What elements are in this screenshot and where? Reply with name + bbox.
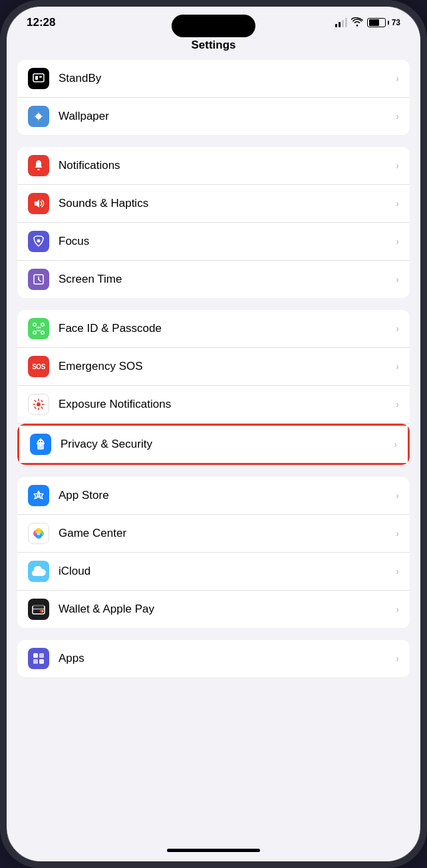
settings-group-notifications: Notifications › Sounds & Haptics › bbox=[17, 147, 410, 298]
svg-point-39 bbox=[40, 610, 43, 613]
chevron-icon: › bbox=[396, 604, 399, 615]
wallpaper-icon bbox=[28, 106, 49, 127]
settings-group-misc: Apps › bbox=[17, 640, 410, 677]
chevron-icon: › bbox=[396, 274, 399, 285]
settings-group-security: Face ID & Passcode › SOS Emergency SOS › bbox=[17, 310, 410, 465]
icloud-label: iCloud bbox=[59, 565, 396, 578]
chevron-icon: › bbox=[396, 198, 399, 209]
faceid-icon bbox=[28, 318, 49, 339]
settings-row-sounds[interactable]: Sounds & Haptics › bbox=[17, 185, 410, 223]
chevron-icon: › bbox=[396, 73, 399, 84]
wallet-label: Wallet & Apple Pay bbox=[59, 603, 396, 616]
svg-rect-41 bbox=[39, 653, 44, 658]
settings-group-apps: App Store › Game Center bbox=[17, 477, 410, 628]
dynamic-island bbox=[172, 15, 255, 37]
svg-point-7 bbox=[37, 239, 41, 243]
svg-rect-28 bbox=[37, 442, 45, 444]
appstore-icon bbox=[28, 485, 49, 506]
battery-percent: 73 bbox=[392, 18, 400, 27]
standby-icon bbox=[28, 68, 49, 89]
exposure-icon bbox=[28, 394, 49, 415]
svg-rect-40 bbox=[33, 653, 38, 658]
gamecenter-icon bbox=[28, 523, 49, 544]
svg-point-11 bbox=[38, 279, 39, 280]
settings-row-gamecenter[interactable]: Game Center › bbox=[17, 515, 410, 553]
settings-row-appstore[interactable]: App Store › bbox=[17, 477, 410, 515]
home-indicator bbox=[7, 839, 420, 861]
settings-row-apps[interactable]: Apps › bbox=[17, 640, 410, 677]
svg-rect-1 bbox=[35, 76, 38, 80]
sounds-label: Sounds & Haptics bbox=[59, 197, 396, 210]
chevron-icon: › bbox=[396, 160, 399, 171]
faceid-label: Face ID & Passcode bbox=[59, 322, 396, 335]
svg-line-24 bbox=[35, 400, 36, 402]
svg-point-16 bbox=[37, 327, 38, 329]
status-time: 12:28 bbox=[27, 16, 55, 29]
settings-row-icloud[interactable]: iCloud › bbox=[17, 553, 410, 591]
home-bar bbox=[167, 849, 260, 852]
svg-rect-42 bbox=[33, 659, 38, 664]
chevron-icon: › bbox=[396, 566, 399, 577]
chevron-icon: › bbox=[396, 361, 399, 372]
scroll-content[interactable]: StandBy › bbox=[7, 60, 420, 839]
privacy-label: Privacy & Security bbox=[61, 438, 394, 451]
apps-icon bbox=[28, 648, 49, 669]
sounds-icon bbox=[28, 193, 49, 214]
svg-rect-0 bbox=[33, 74, 44, 82]
focus-label: Focus bbox=[59, 235, 396, 248]
svg-point-34 bbox=[37, 531, 41, 535]
settings-row-notifications[interactable]: Notifications › bbox=[17, 147, 410, 185]
settings-row-sos[interactable]: SOS Emergency SOS › bbox=[17, 348, 410, 386]
wallet-icon bbox=[28, 599, 49, 620]
screen: 12:28 bbox=[7, 7, 420, 861]
svg-point-17 bbox=[40, 327, 41, 329]
settings-row-privacy-highlighted: Privacy & Security › bbox=[17, 424, 410, 465]
gamecenter-label: Game Center bbox=[59, 527, 396, 540]
svg-line-25 bbox=[41, 407, 43, 408]
svg-point-19 bbox=[37, 402, 41, 406]
icloud-icon bbox=[28, 561, 49, 582]
sos-label: Emergency SOS bbox=[59, 360, 396, 373]
chevron-icon: › bbox=[396, 490, 399, 501]
svg-point-5 bbox=[38, 116, 40, 118]
privacy-icon bbox=[30, 434, 51, 455]
wifi-icon bbox=[351, 17, 363, 29]
svg-line-27 bbox=[35, 407, 36, 408]
svg-rect-15 bbox=[41, 331, 44, 334]
notifications-label: Notifications bbox=[59, 159, 396, 172]
chevron-icon: › bbox=[396, 653, 399, 664]
svg-marker-6 bbox=[35, 200, 39, 208]
apps-label: Apps bbox=[59, 652, 396, 665]
svg-rect-14 bbox=[33, 331, 36, 334]
settings-row-exposure[interactable]: Exposure Notifications › bbox=[17, 386, 410, 424]
chevron-icon: › bbox=[396, 528, 399, 539]
settings-row-standby[interactable]: StandBy › bbox=[17, 60, 410, 98]
screentime-label: Screen Time bbox=[59, 273, 396, 286]
focus-icon bbox=[28, 231, 49, 252]
settings-row-screentime[interactable]: Screen Time › bbox=[17, 261, 410, 298]
phone-frame: 12:28 bbox=[0, 0, 427, 868]
chevron-icon: › bbox=[394, 439, 397, 450]
screentime-icon bbox=[28, 269, 49, 290]
settings-row-focus[interactable]: Focus › bbox=[17, 223, 410, 261]
settings-row-privacy[interactable]: Privacy & Security › bbox=[19, 426, 408, 463]
settings-row-faceid[interactable]: Face ID & Passcode › bbox=[17, 310, 410, 348]
wallpaper-label: Wallpaper bbox=[59, 110, 396, 123]
settings-group-display: StandBy › bbox=[17, 60, 410, 135]
chevron-icon: › bbox=[396, 236, 399, 247]
status-icons: 73 bbox=[335, 17, 400, 29]
standby-label: StandBy bbox=[59, 72, 396, 85]
svg-rect-37 bbox=[33, 605, 44, 607]
settings-row-wallet[interactable]: Wallet & Apple Pay › bbox=[17, 591, 410, 628]
appstore-label: App Store bbox=[59, 489, 396, 502]
settings-row-wallpaper[interactable]: Wallpaper › bbox=[17, 98, 410, 135]
chevron-icon: › bbox=[396, 323, 399, 334]
chevron-icon: › bbox=[396, 399, 399, 410]
chevron-icon: › bbox=[396, 111, 399, 122]
svg-rect-43 bbox=[39, 659, 44, 664]
battery-icon: 73 bbox=[367, 18, 400, 27]
svg-line-26 bbox=[41, 400, 43, 402]
exposure-label: Exposure Notifications bbox=[59, 398, 396, 411]
sos-icon: SOS bbox=[28, 356, 49, 377]
svg-rect-2 bbox=[39, 76, 42, 78]
